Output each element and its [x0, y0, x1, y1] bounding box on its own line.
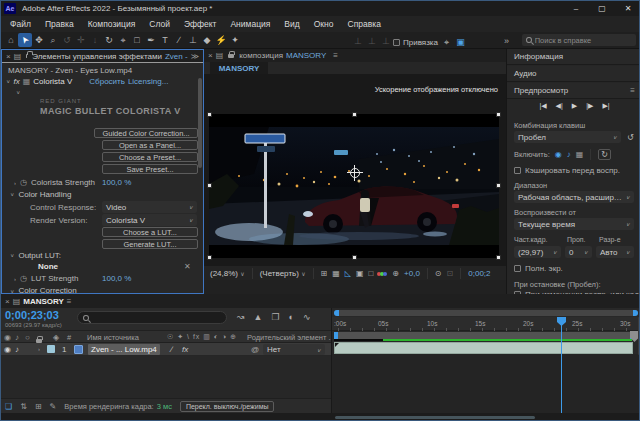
collapse-icon[interactable]: ∨ — [6, 79, 10, 85]
menu-view[interactable]: Вид — [277, 19, 306, 29]
region-of-interest-icon[interactable]: ▣ — [455, 35, 466, 49]
comp-timecode[interactable]: 0;00;2 — [468, 269, 490, 278]
chevron-down-icon[interactable]: ∨ — [10, 192, 14, 198]
time-ruler[interactable]: :00s 05s 10s 15s 20s 25s 30s — [332, 317, 640, 331]
pen-tool-icon[interactable]: ✒ — [144, 33, 158, 47]
timeline-search-box[interactable] — [77, 311, 227, 324]
layer-handle[interactable] — [496, 112, 501, 117]
graph-editor-icon[interactable]: ∿ — [303, 312, 311, 322]
puppet-pin-tool-icon[interactable]: ✦ — [228, 33, 242, 47]
layer-row[interactable]: ◉ ♪ › 1 Zven - ... Low.mp4 ∕ fx @ Нет∨ — [1, 343, 331, 356]
time-navigator[interactable] — [334, 310, 638, 316]
close-tab-icon[interactable]: × — [6, 52, 11, 61]
preview-panel-header[interactable]: Предпросмотр ≡ — [507, 83, 640, 99]
minimize-button[interactable]: – — [563, 1, 589, 16]
licensing-link[interactable]: Licensing... — [128, 77, 168, 86]
layer-handle[interactable] — [496, 183, 501, 188]
anchor-point-icon[interactable] — [350, 168, 360, 178]
audio-include-icon[interactable]: ♪ — [567, 150, 571, 159]
snapshot-camera-icon[interactable]: ⊙ — [435, 269, 442, 278]
stopwatch-icon[interactable]: ◷ — [20, 274, 27, 283]
range-dropdown[interactable]: Рабочая область, расширенная...∨ — [514, 191, 634, 203]
maximize-button[interactable]: ▢ — [589, 1, 615, 16]
menu-layer[interactable]: Слой — [142, 19, 177, 29]
layer-handle[interactable] — [207, 183, 212, 188]
comp-tab[interactable]: MANSORY — [210, 62, 268, 74]
magnification-dropdown[interactable]: (24,8%) ∨ — [210, 269, 245, 278]
guides-icon[interactable]: □ — [369, 269, 374, 278]
view-options-icon[interactable]: ⊞ — [321, 269, 328, 278]
preview-resolution-dropdown[interactable]: Авто∨ — [596, 246, 634, 258]
reset-link[interactable]: Сбросить — [89, 77, 125, 86]
toggle-switches-button[interactable]: Перекл. выключ./режимы — [180, 401, 275, 412]
camera-tool-icon[interactable]: ⌖ — [116, 33, 130, 47]
effect-header-row[interactable]: ∨ fx ▦ Colorista V Сбросить Licensing... — [6, 77, 201, 86]
work-area-bar[interactable] — [334, 332, 634, 339]
work-area-start-handle[interactable] — [334, 332, 338, 339]
expand-icon[interactable]: ∨ — [16, 90, 20, 96]
timeline-tab-label[interactable]: MANSORY — [23, 297, 64, 306]
home-tool-icon[interactable]: ⌂ — [4, 33, 18, 47]
video-include-icon[interactable]: ◉ — [555, 150, 562, 159]
info-panel-header[interactable]: Информация — [507, 49, 640, 65]
clear-lut-icon[interactable]: ✕ — [184, 262, 191, 271]
layer-list-empty[interactable] — [1, 356, 331, 398]
navigator-start-handle[interactable] — [334, 310, 339, 316]
choose-lut-button[interactable]: Choose a LUT... — [102, 227, 198, 237]
chevron-down-icon[interactable]: ∨ — [10, 288, 14, 294]
output-lut-value[interactable]: None — [38, 262, 58, 271]
layer-handle[interactable] — [207, 255, 212, 260]
next-frame-button[interactable]: |▶ — [586, 102, 593, 110]
type-tool-icon[interactable]: T — [158, 33, 172, 47]
menu-edit[interactable]: Правка — [38, 19, 81, 29]
roto-brush-tool-icon[interactable]: ⚡ — [214, 33, 228, 47]
layer-expand-icon[interactable]: › — [38, 347, 40, 352]
layer-label-chip[interactable] — [47, 345, 55, 353]
horizontal-scrollbar[interactable] — [335, 416, 535, 419]
menu-help[interactable]: Справка — [341, 19, 388, 29]
play-from-dropdown[interactable]: Текущее время∨ — [514, 218, 634, 230]
zoom-tool-icon[interactable]: ⌕ — [46, 33, 60, 47]
panel-overflow-icon[interactable]: ≫ — [191, 52, 199, 61]
mask-visibility-icon[interactable]: ◺ — [345, 269, 351, 278]
save-preset-button[interactable]: Save Preset... — [102, 164, 198, 174]
guided-color-correction-button[interactable]: Guided Color Correction... — [94, 128, 198, 138]
hand-tool-icon[interactable]: ✥ — [32, 33, 46, 47]
viewer[interactable]: Ускорение отображения отключено — [204, 74, 506, 265]
motion-blur-icon[interactable]: ◐ — [289, 312, 294, 322]
lut-strength-value[interactable]: 100,0 % — [102, 274, 131, 283]
rendertime-pane-icon[interactable]: ✎ — [50, 402, 57, 411]
menu-animation[interactable]: Анимация — [223, 19, 277, 29]
close-button[interactable]: ✕ — [615, 1, 640, 16]
parent-dropdown[interactable]: Нет∨ — [263, 344, 325, 355]
snap-checkbox[interactable] — [393, 39, 400, 46]
lock-icon[interactable] — [228, 54, 234, 58]
playhead-line[interactable] — [561, 317, 562, 413]
effect-controls-tab[interactable]: × ▤ Элементы управления эффектами Zven -… — [2, 50, 203, 63]
scrollbar[interactable] — [198, 78, 202, 168]
audio-panel-header[interactable]: Аудио — [507, 66, 640, 82]
menu-effect[interactable]: Эффект — [177, 19, 224, 29]
parent-pickwhip-icon[interactable]: @ — [251, 345, 259, 354]
generate-lut-button[interactable]: Generate LUT... — [102, 239, 198, 249]
brush-tool-icon[interactable]: ∕ — [172, 33, 186, 47]
effect-name[interactable]: Colorista V — [33, 77, 72, 86]
play-button[interactable]: ▶ — [572, 102, 577, 110]
close-tab-icon[interactable]: × — [5, 297, 10, 306]
eraser-tool-icon[interactable]: ◆ — [200, 33, 214, 47]
rectangle-tool-icon[interactable]: □ — [130, 33, 144, 47]
timeline-search-input[interactable] — [92, 313, 221, 322]
layer-fx-icon[interactable]: fx — [182, 345, 188, 354]
channel-icon[interactable] — [378, 269, 387, 278]
modes-pane-icon[interactable]: ⇅ — [20, 402, 27, 411]
layer-handle[interactable] — [352, 255, 357, 260]
layer-name[interactable]: Zven - ... Low.mp4 — [88, 344, 160, 355]
stopwatch-icon[interactable]: ◷ — [20, 178, 27, 187]
framerate-dropdown[interactable]: (29,97)∨ — [514, 246, 561, 258]
choose-preset-button[interactable]: Choose a Preset... — [102, 152, 198, 162]
last-frame-button[interactable]: ▶| — [602, 102, 609, 110]
help-search-box[interactable] — [522, 34, 636, 46]
control-response-dropdown[interactable]: Video∨ — [102, 201, 197, 213]
color-handling-row[interactable]: ∨ Color Handling — [10, 190, 71, 199]
fullscreen-checkbox[interactable] — [514, 265, 521, 272]
